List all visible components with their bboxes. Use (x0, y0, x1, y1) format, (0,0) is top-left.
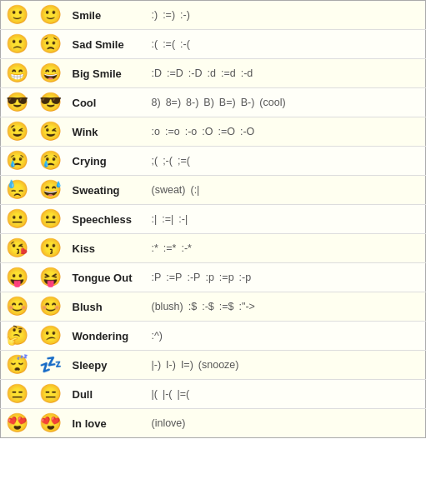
row-crying: 😢😢Crying;(;-(;=( (1, 147, 426, 176)
row-tongue-out: 😛😝Tongue Out:P:=P:-P:p:=p:-p (1, 263, 426, 292)
code-item: :=D (167, 67, 183, 79)
codes-kiss: :*:=*:-* (147, 234, 426, 263)
name-cool: Cool (68, 88, 147, 117)
codes-sleepy: |-)I-)I=)(snooze) (147, 351, 426, 380)
code-item: :-* (181, 242, 192, 254)
code-item: |( (152, 388, 158, 400)
name-smile: Smile (68, 1, 147, 30)
emoji1-big-smile: 😁 (1, 59, 34, 88)
emoji1-sad-smile: 🙁 (1, 30, 34, 59)
code-item: :=| (162, 213, 173, 225)
code-item: 8-) (186, 97, 198, 108)
emoji2-sweating: 😅 (34, 176, 68, 205)
code-item: 8) (152, 97, 161, 108)
emoji2-in-love: 😍 (34, 409, 68, 438)
emoji2-cool: 😎 (34, 88, 68, 117)
emoji2-sleepy: 💤 (34, 351, 68, 380)
code-item: (snooze) (198, 359, 239, 371)
name-tongue-out: Tongue Out (68, 263, 147, 292)
code-item: :=$ (219, 301, 234, 312)
row-in-love: 😍😍In love(inlove) (1, 409, 426, 438)
code-item: B-) (241, 97, 255, 108)
emoji2-wondering: 😕 (34, 322, 68, 351)
code-item: :) (152, 9, 158, 21)
code-item: :=) (163, 9, 175, 21)
row-sweating: 😓😅Sweating(sweat)(:| (1, 176, 426, 205)
codes-wondering: :^) (147, 322, 426, 351)
code-item: I-) (166, 359, 176, 371)
code-item: :-d (241, 67, 253, 79)
code-item: B=) (219, 97, 236, 108)
row-sleepy: 😴💤Sleepy|-)I-)I=)(snooze) (1, 351, 426, 380)
emoji1-tongue-out: 😛 (1, 263, 34, 292)
codes-blush: (blush):$:-$:=$:"-> (147, 292, 426, 322)
code-item: :-D (188, 67, 203, 79)
emoji2-dull: 😑 (34, 380, 68, 409)
code-item: :* (152, 242, 158, 254)
emoji1-smile: 🙂 (1, 1, 34, 30)
code-item: |=( (178, 388, 190, 400)
code-item: :( (152, 38, 158, 50)
code-item: B) (203, 97, 214, 108)
code-item: :-) (180, 9, 190, 21)
emoji1-wink: 😉 (1, 117, 34, 147)
row-sad-smile: 🙁😟Sad Smile:(:=(:-( (1, 30, 426, 59)
code-item: |-) (152, 359, 162, 371)
code-item: :=p (219, 272, 234, 283)
name-sweating: Sweating (68, 176, 147, 205)
emoji1-in-love: 😍 (1, 409, 34, 438)
code-item: :-p (239, 272, 252, 283)
code-item: :| (152, 213, 158, 225)
code-item: (:| (190, 184, 199, 196)
code-item: :O (202, 126, 213, 137)
code-item: ;=( (178, 155, 190, 167)
emoji2-crying: 😢 (34, 147, 68, 176)
code-item: :^) (152, 330, 163, 342)
emoji2-speechless: 😐 (34, 205, 68, 234)
code-item: (cool) (259, 97, 285, 108)
codes-tongue-out: :P:=P:-P:p:=p:-p (147, 263, 426, 292)
code-item: I=) (181, 359, 193, 371)
code-item: ;-( (163, 155, 173, 167)
emoji1-blush: 😊 (1, 292, 34, 322)
code-item: :"-> (238, 301, 254, 312)
emoji1-speechless: 😐 (1, 205, 34, 234)
name-speechless: Speechless (68, 205, 147, 234)
code-item: :D (152, 67, 163, 79)
code-item: :-O (240, 126, 254, 137)
row-blush: 😊😊Blush(blush):$:-$:=$:"-> (1, 292, 426, 322)
code-item: :$ (188, 301, 197, 312)
code-item: (sweat) (152, 184, 186, 196)
codes-crying: ;(;-(;=( (147, 147, 426, 176)
codes-smile: :):=):-) (147, 1, 426, 30)
codes-in-love: (inlove) (147, 409, 426, 438)
code-item: :=d (221, 67, 236, 79)
code-item: :-o (185, 126, 198, 137)
row-speechless: 😐😐Speechless:|:=|:-| (1, 205, 426, 234)
codes-speechless: :|:=|:-| (147, 205, 426, 234)
codes-sweating: (sweat)(:| (147, 176, 426, 205)
name-blush: Blush (68, 292, 147, 322)
name-crying: Crying (68, 147, 147, 176)
code-item: (blush) (152, 301, 183, 312)
code-item: :d (207, 67, 215, 79)
row-cool: 😎😎Cool8)8=)8-)B)B=)B-)(cool) (1, 88, 426, 117)
name-wink: Wink (68, 117, 147, 147)
name-kiss: Kiss (68, 234, 147, 263)
row-kiss: 😘😗Kiss:*:=*:-* (1, 234, 426, 263)
codes-wink: :o:=o:-o:O:=O:-O (147, 117, 426, 147)
row-big-smile: 😁😄Big Smile:D:=D:-D:d:=d:-d (1, 59, 426, 88)
code-item: 8=) (166, 97, 181, 108)
code-item: :=* (163, 242, 177, 254)
emoji1-crying: 😢 (1, 147, 34, 176)
code-item: :=O (218, 126, 235, 137)
code-item: :-$ (202, 301, 214, 312)
code-item: ;( (152, 155, 158, 167)
codes-cool: 8)8=)8-)B)B=)B-)(cool) (147, 88, 426, 117)
name-big-smile: Big Smile (68, 59, 147, 88)
emoji1-dull: 😑 (1, 380, 34, 409)
name-in-love: In love (68, 409, 147, 438)
emoji2-smile: 🙂 (34, 1, 68, 30)
code-item: :=P (166, 272, 182, 283)
emoji2-blush: 😊 (34, 292, 68, 322)
